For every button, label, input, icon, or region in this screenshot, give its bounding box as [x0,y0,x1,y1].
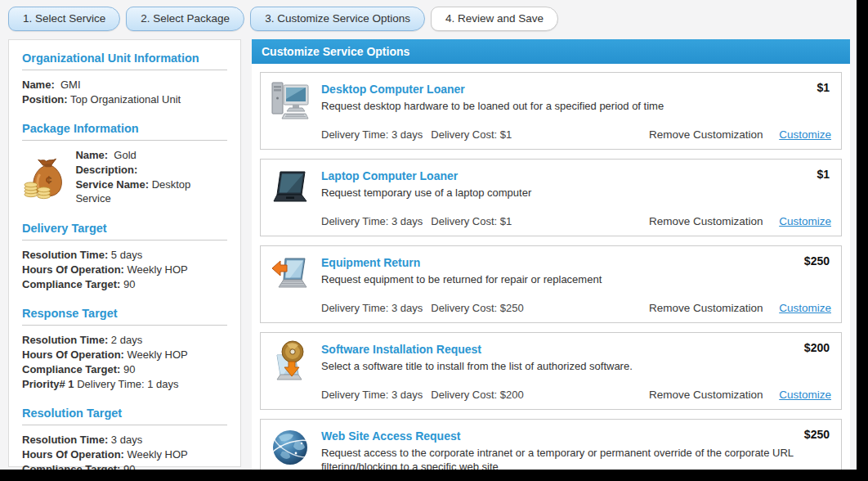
service-title-link[interactable]: Desktop Computer Loaner [321,83,465,96]
svg-text:¢: ¢ [46,173,52,186]
delivery-hop-label: Hours Of Operation: [22,263,124,276]
service-title-link[interactable]: Web Site Access Request [321,429,460,443]
delivery-cost-text: Delivery Cost: $1 [431,128,512,141]
service-meta: Delivery Time: 3 daysDelivery Cost: $250 [321,302,532,314]
delivery-cost-text: Delivery Cost: $250 [431,302,523,314]
service-title-link[interactable]: Software Installation Request [321,343,481,356]
delivery-target-section: Delivery Target Resolution Time: 5 days … [22,214,227,291]
response-hop-label: Hours Of Operation: [22,348,124,361]
service-price: $1 [817,81,830,94]
service-price: $1 [817,168,830,181]
delivery-resolution-time-row: Resolution Time: 5 days [22,248,227,262]
resolution-compliance-label: Compliance Target: [22,463,120,470]
delivery-time-text: Delivery Time: 3 days [321,128,423,141]
response-hop-value: Weekly HOP [128,348,188,361]
service-card-web-site-access: Web Site Access Request Request access t… [260,419,842,470]
response-compliance-label: Compliance Target: [22,363,120,375]
delivery-compliance-label: Compliance Target: [22,278,120,290]
remove-customization-link[interactable]: Remove Customization [649,215,763,227]
resolution-compliance-value: 90 [123,463,135,470]
service-description: Request temporary use of a laptop comput… [321,186,812,200]
response-priority-value: Delivery Time: 1 days [77,378,178,390]
customize-link[interactable]: Customize [779,389,831,401]
service-description: Select a software title to install from … [321,359,812,373]
package-section: Package Information ¢ Name: [22,114,227,206]
response-target-heading: Response Target [22,299,227,326]
customize-link[interactable]: Customize [779,302,831,314]
delivery-cost-text: Delivery Cost: $200 [431,389,523,401]
service-price: $250 [804,254,830,267]
delivery-resolution-time-label: Resolution Time: [22,249,108,261]
resolution-hop-value: Weekly HOP [128,448,188,461]
service-description: Request access to the corporate intranet… [321,446,828,470]
delivery-hop-value: Weekly HOP [128,263,188,276]
service-card-laptop-loaner: Laptop Computer Loaner Request temporary… [260,159,842,236]
tab-select-service[interactable]: 1. Select Service [8,7,120,31]
resolution-resolution-time-label: Resolution Time: [22,434,108,446]
service-meta: Delivery Time: 3 daysDelivery Cost: $1 [321,128,520,141]
customize-service-options-panel: Customize Service Options [252,39,850,470]
delivery-hop-row: Hours Of Operation: Weekly HOP [22,263,227,276]
globe-icon [271,427,310,468]
org-name-value: GMI [60,79,81,91]
money-bag-icon: ¢ [22,155,64,200]
service-card-software-installation: Software Installation Request Select a s… [260,332,842,410]
delivery-time-text: Delivery Time: 3 days [321,215,423,227]
delivery-time-text: Delivery Time: 3 days [321,389,423,401]
delivery-compliance-row: Compliance Target: 90 [22,277,227,291]
service-price: $200 [804,341,830,354]
tab-select-package[interactable]: 2. Select Package [126,7,244,31]
package-name-label: Name: [75,149,108,161]
tab-review-and-save[interactable]: 4. Review and Save [431,7,558,31]
response-resolution-time-value: 2 days [111,334,142,346]
resolution-hop-label: Hours Of Operation: [22,448,124,461]
org-position-label: Position: [22,93,68,106]
panel-title: Customize Service Options [252,39,850,64]
org-position-row: Position: Top Organizational Unit [22,92,227,106]
customize-link[interactable]: Customize [779,128,831,141]
service-price: $250 [804,428,830,441]
customize-link[interactable]: Customize [779,215,831,227]
service-list: Desktop Computer Loaner Request desktop … [252,64,850,470]
package-service-name-label: Service Name: [75,178,149,191]
service-meta: Delivery Time: 3 daysDelivery Cost: $1 [321,215,520,227]
software-installation-icon [271,340,310,381]
summary-sidebar: Organizational Unit Information Name: GM… [8,39,241,467]
desktop-computer-icon [271,80,310,121]
remove-customization-link[interactable]: Remove Customization [649,389,763,401]
remove-customization-link[interactable]: Remove Customization [649,128,763,141]
resolution-hop-row: Hours Of Operation: Weekly HOP [22,447,227,461]
service-title-link[interactable]: Equipment Return [321,256,420,269]
delivery-target-heading: Delivery Target [22,214,227,240]
response-priority-row: Priority# 1 Delivery Time: 1 days [22,377,227,391]
delivery-compliance-value: 90 [123,278,135,290]
package-description-label: Description: [75,164,137,176]
equipment-return-icon [271,254,310,294]
service-card-desktop-loaner: Desktop Computer Loaner Request desktop … [260,72,842,150]
package-name-value: Gold [114,149,136,161]
response-target-section: Response Target Resolution Time: 2 days … [22,299,227,391]
wizard-page: 1. Select Service 2. Select Package 3. C… [0,0,857,470]
wizard-tabs: 1. Select Service 2. Select Package 3. C… [8,7,558,31]
org-name-label: Name: [22,79,55,91]
resolution-resolution-time-value: 3 days [111,434,142,446]
org-position-value: Top Organizational Unit [70,93,181,106]
response-resolution-time-row: Resolution Time: 2 days [22,333,227,347]
package-service-name-row: Service Name: Desktop Service [75,178,227,205]
delivery-time-text: Delivery Time: 3 days [321,302,423,314]
resolution-resolution-time-row: Resolution Time: 3 days [22,433,227,447]
tab-customize-service-options[interactable]: 3. Customize Service Options [250,7,425,31]
package-description-row: Description: [75,163,227,177]
service-meta: Delivery Time: 3 daysDelivery Cost: $200 [321,389,532,401]
delivery-cost-text: Delivery Cost: $1 [431,215,512,227]
service-description: Request equipment to be returned for rep… [321,272,812,286]
response-priority-label: Priority# 1 [22,378,74,390]
laptop-computer-icon [271,167,310,208]
service-title-link[interactable]: Laptop Computer Loaner [321,169,458,182]
service-card-equipment-return: Equipment Return Request equipment to be… [260,245,842,323]
org-unit-heading: Organizational Unit Information [22,50,227,70]
package-name-row: Name: Gold [75,148,227,162]
response-compliance-row: Compliance Target: 90 [22,362,227,376]
remove-customization-link[interactable]: Remove Customization [649,302,763,314]
resolution-compliance-row: Compliance Target: 90 [22,462,227,470]
